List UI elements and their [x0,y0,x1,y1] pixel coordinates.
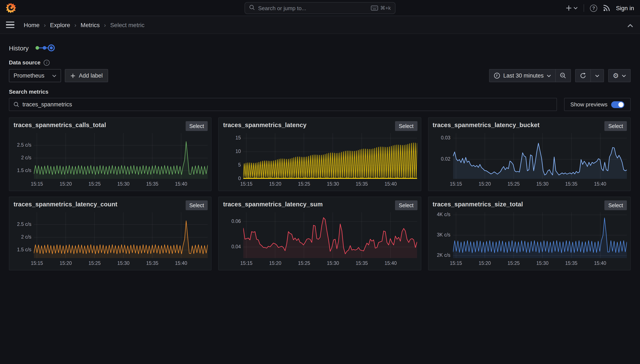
breadcrumb-bar: Home › Explore › Metrics › Select metric [0,16,640,34]
help-button[interactable]: ? [590,4,597,12]
x-axis-tick-label: 15:15 [26,260,48,266]
topbar-actions: ? Sign in [566,0,634,16]
chevron-up-icon [627,24,633,28]
x-axis-tick-label: 15:20 [265,181,286,186]
x-axis-tick-label: 15:30 [532,181,553,186]
y-axis-tick-label: 2 c/s [9,155,31,160]
keyboard-icon [371,6,378,10]
x-axis-tick-label: 15:25 [503,260,524,266]
y-axis-tick-label: 0 [219,176,241,181]
panel-title: traces_spanmetrics_calls_total [14,122,106,128]
x-axis-tick-label: 15:35 [561,181,582,186]
breadcrumb: Home › Explore › Metrics › Select metric [24,22,144,28]
y-axis-tick-label: 2K c/s [428,252,450,258]
x-axis-tick-label: 15:40 [380,181,401,186]
x-axis-tick-label: 15:15 [236,181,257,186]
grafana-logo[interactable] [6,2,16,13]
datasource-picker-value: Prometheus [14,72,44,79]
x-axis-tick-label: 15:15 [236,260,257,266]
breadcrumb-current: Select metric [110,22,144,28]
global-search-input[interactable]: Search or jump to... ⌘+k [244,2,396,14]
history-timeline[interactable] [34,43,55,52]
search-metrics-row: Show previews [9,98,631,111]
x-axis-tick-label: 15:15 [26,181,48,186]
x-axis-tick-label: 15:35 [142,260,163,266]
top-nav-bar: Search or jump to... ⌘+k ? Sign in [0,0,640,16]
search-metrics-label: Search metrics [9,88,631,95]
y-axis-tick-label: 3K c/s [428,232,450,237]
y-axis-tick-label: 2 c/s [9,234,31,240]
collapse-panel-button[interactable] [627,22,633,29]
y-axis-tick-label: 15 [219,135,241,140]
controls-row: Prometheus Add label Last 30 minutes [9,69,631,82]
history-label: History [9,44,28,52]
breadcrumb-explore[interactable]: Explore [50,22,70,28]
refresh-button[interactable] [575,70,590,82]
panel-latency-sum: traces_spanmetrics_latency_sum Select 0.… [218,196,421,270]
settings-button[interactable]: ⚙ [608,70,630,82]
breadcrumb-home[interactable]: Home [24,22,40,28]
y-axis-tick-label: 5 [219,162,241,168]
menu-toggle-button[interactable] [6,22,14,28]
y-axis-tick-label: 1.5 c/s [9,168,31,173]
y-axis-tick-label: 2.5 c/s [9,142,31,148]
select-metric-button[interactable]: Select [604,121,627,131]
x-axis-tick-label: 15:20 [474,260,495,266]
shortcut-hint: ⌘+k [371,5,391,11]
search-metrics-input[interactable] [22,101,552,108]
chart-plot [453,212,627,258]
grafana-flame-icon [6,2,16,13]
settings-group: ⚙ [608,69,631,82]
x-axis-tick-label: 15:15 [445,260,466,266]
panel-title: traces_spanmetrics_latency [223,122,307,128]
chart-plot [34,212,208,258]
x-axis-tick-label: 15:35 [561,260,582,266]
news-button[interactable] [603,5,610,12]
plus-icon [566,5,572,11]
refresh-interval-dropdown[interactable] [590,70,603,82]
sign-in-button[interactable]: Sign in [616,5,634,12]
x-axis-tick-label: 15:15 [445,181,466,186]
x-axis-tick-label: 15:25 [84,181,105,186]
select-metric-button[interactable]: Select [186,121,208,131]
select-metric-button[interactable]: Select [395,121,418,131]
x-axis-tick-label: 15:25 [503,181,524,186]
x-axis-tick-label: 15:30 [113,260,134,266]
zoom-out-button[interactable] [555,70,570,82]
zoom-out-icon [560,72,566,79]
breadcrumb-separator: › [104,22,106,28]
show-previews-control: Show previews [564,98,631,111]
time-picker-group: Last 30 minutes [489,69,571,82]
datasource-picker[interactable]: Prometheus [9,69,61,82]
y-axis-tick-label: 1.5 c/s [9,247,31,252]
panel-latency-count: traces_spanmetrics_latency_count Select … [9,196,212,270]
x-axis-tick-label: 15:25 [84,260,105,266]
x-axis-tick-label: 15:40 [170,260,192,266]
breadcrumb-separator: › [44,22,46,28]
x-axis-tick-label: 15:35 [142,181,163,186]
select-metric-button[interactable]: Select [604,200,627,210]
help-icon: ? [590,4,597,12]
chart-plot [34,133,208,179]
y-axis-tick-label: 2.5 c/s [9,222,31,227]
panel-title: traces_spanmetrics_latency_sum [223,201,323,208]
show-previews-label: Show previews [570,101,608,108]
x-axis-tick-label: 15:40 [380,260,401,266]
chevron-down-icon [546,74,551,77]
time-range-label: Last 30 minutes [503,72,544,79]
chart-plot [244,133,417,179]
time-range-picker[interactable]: Last 30 minutes [490,70,555,82]
panel-title: traces_spanmetrics_latency_bucket [432,122,540,128]
chevron-down-icon [595,74,599,77]
add-label-button[interactable]: Add label [65,69,108,82]
breadcrumb-metrics[interactable]: Metrics [80,22,100,28]
select-metric-button[interactable]: Select [186,200,208,210]
add-new-button[interactable] [566,5,578,11]
datasource-label-row: Data source i [9,59,631,66]
metric-panels-grid: traces_spanmetrics_calls_total Select 1.… [9,118,631,270]
show-previews-toggle[interactable] [611,101,624,108]
x-axis-tick-label: 15:40 [170,181,192,186]
y-axis-tick-label: 0.03 [428,135,450,140]
select-metric-button[interactable]: Select [395,200,418,210]
add-label-text: Add label [79,72,103,79]
